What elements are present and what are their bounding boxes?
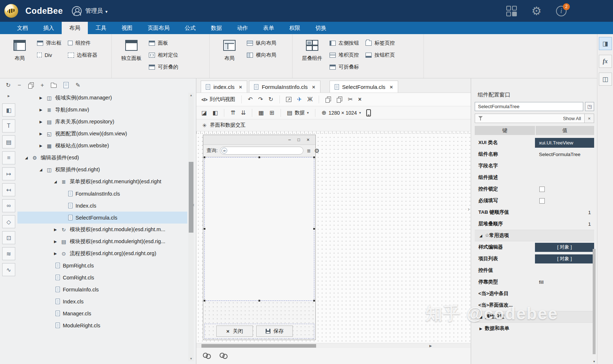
tree-item[interactable]: ▶▤模块授权(esd.right.moduleright)(esd.rig... xyxy=(17,236,187,248)
property-row[interactable]: 控件值 xyxy=(475,265,594,276)
tree-item[interactable]: ▶▤库表关系(dsm.repository) xyxy=(17,116,187,128)
tree-item[interactable]: ▶⊙流程授权(esd.right.org)(esd.right.org) xyxy=(17,248,187,259)
tree-item[interactable]: Index.cls xyxy=(17,295,187,307)
expander-icon[interactable]: ▶ xyxy=(53,228,58,232)
query-input[interactable] xyxy=(229,147,303,154)
text-tool-icon[interactable]: T xyxy=(2,119,15,132)
property-value[interactable] xyxy=(535,172,594,183)
expander-icon[interactable]: ◢ xyxy=(38,168,43,172)
right-panel-expand-handle[interactable]: › xyxy=(468,206,470,212)
panel-button[interactable]: 面板 xyxy=(149,38,178,48)
expander-icon[interactable]: ▶ xyxy=(38,96,43,100)
expander-icon[interactable]: ▶ xyxy=(38,108,43,112)
tree-item[interactable]: FormulaInstInfo.cls xyxy=(17,188,187,200)
selection-handle[interactable] xyxy=(313,156,315,159)
button-bar-page-button[interactable]: 按钮栏页 xyxy=(365,50,395,60)
data-dropdown[interactable]: ▤ 数据 ▾ xyxy=(287,110,309,116)
design-canvas[interactable]: − □ × 查询: </> ≣ ⚙ xyxy=(196,131,471,343)
chart-tool-icon[interactable]: ∿ xyxy=(2,263,15,276)
tree-item[interactable]: Manager.cls xyxy=(17,307,187,319)
send-icon[interactable]: ✈ xyxy=(297,97,302,102)
component-gear-icon[interactable]: ⚙ xyxy=(314,148,319,154)
layout-big-button[interactable]: 布局 xyxy=(7,38,33,78)
component-name-input[interactable] xyxy=(475,102,583,111)
mobile-preview-icon[interactable] xyxy=(366,109,371,116)
raise-order-icon[interactable]: ⇈ xyxy=(230,110,235,116)
collapsible-button[interactable]: 可折叠的 xyxy=(149,62,178,71)
maximize-icon[interactable]: □ xyxy=(298,138,300,142)
panel-scrollbar[interactable]: ▼ xyxy=(592,129,596,363)
clear-filter-icon[interactable]: × xyxy=(584,114,594,123)
scroll-down-icon[interactable]: ▼ xyxy=(592,360,596,363)
user-role[interactable]: 管理员 xyxy=(85,7,103,15)
property-value[interactable]: fill xyxy=(535,276,594,288)
independent-panel-big-button[interactable]: 独立面板 xyxy=(118,38,144,78)
layout2-big-button[interactable]: 布局 xyxy=(216,38,242,78)
doc-tab-index[interactable]: index.cls× xyxy=(201,81,247,93)
form-tool-icon[interactable]: ▤ xyxy=(2,135,15,148)
section-expander-icon[interactable]: ◢ xyxy=(479,234,485,238)
tree-item[interactable]: ▶▦模板站点(dsm.website) xyxy=(17,140,187,152)
section-row-data-and-form[interactable]: ▶数据和表单 xyxy=(475,323,594,334)
chevron-down-icon[interactable]: ▾ xyxy=(105,9,107,14)
focus-tool-icon[interactable]: ⊡ xyxy=(2,231,15,244)
property-value[interactable]: 1 xyxy=(535,206,594,218)
tree-item[interactable]: ◢⚙编辑器插件(esd) xyxy=(17,152,187,164)
property-value[interactable] xyxy=(535,299,594,311)
link-binding-icon[interactable] xyxy=(203,352,212,360)
section-expander-icon[interactable]: ▶ xyxy=(479,327,485,331)
query-input-wrap[interactable]: </> xyxy=(220,147,303,155)
collapse-all-icon[interactable]: − xyxy=(17,82,21,88)
link-binding-icon[interactable] xyxy=(220,352,229,360)
group-control-button[interactable]: 组控件 xyxy=(68,38,97,48)
close-icon[interactable]: × xyxy=(307,137,310,142)
item-list-object-button[interactable]: [ 对象 ] xyxy=(535,254,594,263)
selection-handle[interactable] xyxy=(203,299,206,302)
open-window-icon[interactable]: ◳ xyxy=(585,102,594,111)
property-value[interactable]: SelectFormulaTree xyxy=(535,148,594,160)
query-menu-icon[interactable]: ≣ xyxy=(306,148,312,154)
new-file-icon[interactable] xyxy=(64,82,69,88)
tree-scrollbar[interactable]: ▲ ▼ xyxy=(188,93,194,361)
list-tool-icon[interactable]: ≡ xyxy=(2,151,15,164)
style-editor-object-button[interactable]: [ 对象 ] xyxy=(535,243,594,252)
relative-position-button[interactable]: 相对定位 xyxy=(149,50,178,60)
selection-handle[interactable] xyxy=(258,156,261,159)
tree-item[interactable]: BpmRight.cls xyxy=(17,259,187,271)
property-row[interactable]: XUI 类名xui.UI.TreeView xyxy=(475,137,594,148)
sliders-tool-icon[interactable]: ≋ xyxy=(2,247,15,260)
property-row[interactable]: 组件名称SelectFormulaTree xyxy=(475,148,594,160)
send-back-icon[interactable]: ◧ xyxy=(212,110,218,116)
left-panel-collapse-handle[interactable]: ‹ xyxy=(193,199,196,210)
refresh-icon[interactable]: ↻ xyxy=(269,97,273,102)
tab-view[interactable]: 视图 xyxy=(114,22,140,34)
tree-item[interactable]: ▶↻模块授权(esd.right.module)(esd.right.m... xyxy=(17,224,187,236)
delete-icon[interactable]: × xyxy=(358,97,361,102)
expander-icon[interactable]: ◢ xyxy=(53,180,58,184)
user-avatar-icon[interactable] xyxy=(72,6,82,16)
expander-icon[interactable]: ▶ xyxy=(53,251,58,255)
outdent-tool-icon[interactable]: ↤ xyxy=(2,183,15,196)
scroll-right-icon[interactable]: ▶ xyxy=(429,344,432,348)
left-button-button[interactable]: 左侧按钮 xyxy=(330,38,359,48)
copy-node-icon[interactable] xyxy=(28,82,34,88)
expander-icon[interactable]: ▶ xyxy=(38,132,43,136)
stacked-page-button[interactable]: 堆积页控 xyxy=(330,50,359,60)
debug-icon[interactable]: Ж xyxy=(307,97,313,102)
grid-icon[interactable]: ▦ xyxy=(258,110,264,116)
apps-grid-icon[interactable] xyxy=(506,6,517,16)
tab-page-button[interactable]: 标签页控 xyxy=(365,38,395,48)
selected-treeview-component[interactable] xyxy=(204,157,314,301)
indent-tool-icon[interactable]: ↦ xyxy=(2,167,15,180)
property-row[interactable]: 停靠类型fill xyxy=(475,276,594,288)
property-row[interactable]: TAB 键顺序值1 xyxy=(475,206,594,218)
tab-tools[interactable]: 工具 xyxy=(88,22,114,34)
info-icon[interactable]: i 2 xyxy=(556,6,567,16)
property-value[interactable]: 1 xyxy=(535,218,594,230)
section-expander-icon[interactable]: ◢ xyxy=(479,315,485,319)
tab-page-layout[interactable]: 页面布局 xyxy=(140,22,177,34)
selection-handle[interactable] xyxy=(313,228,315,230)
section-row-attribute-settings[interactable]: ◢属性设置 xyxy=(475,311,594,323)
tab-document[interactable]: 文档 xyxy=(9,22,36,34)
snap-grid-icon[interactable]: ⊞ xyxy=(269,110,274,116)
